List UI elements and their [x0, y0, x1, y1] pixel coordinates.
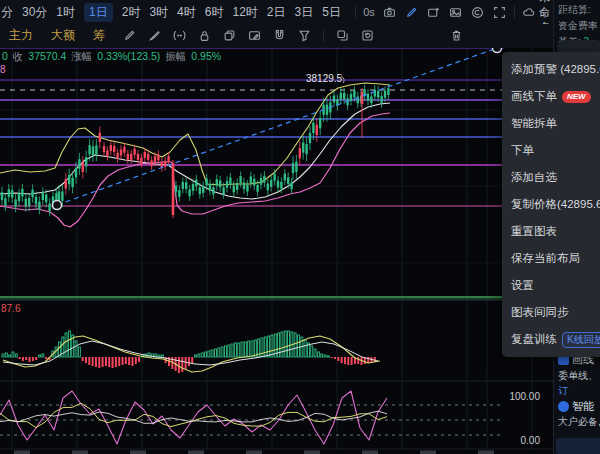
tool-label-筹[interactable]: 筹 — [93, 27, 105, 44]
countdown: 0s — [363, 6, 375, 18]
brush-icon[interactable] — [148, 29, 161, 42]
kline-replay-badge[interactable]: K线回放 — [562, 332, 600, 348]
timeframe-tabs: 分30分1时1日2时3时4时6时12时2日3日5日 — [0, 3, 341, 22]
filter-icon[interactable] — [298, 29, 311, 42]
menu-item-3[interactable]: 智能拆单 — [502, 110, 600, 137]
trend-handle — [53, 201, 62, 210]
timeframe-1日[interactable]: 1日 — [84, 3, 113, 22]
menu-item-10[interactable]: 图表间同步 — [502, 299, 600, 326]
sidebar-promo-text: 订 — [558, 384, 568, 398]
timeframe-5日[interactable]: 5日 — [322, 4, 341, 21]
magnet-icon[interactable] — [273, 29, 286, 42]
pencil-icon[interactable] — [123, 29, 136, 42]
sidebar-promo-text: 委单线、 — [558, 369, 598, 383]
cloud-icon — [522, 6, 535, 19]
menu-item-label: 设置 — [511, 278, 534, 293]
trading-app: 38129.50.0100.000.00 分30分1时1日2时3时4时6时12时… — [0, 0, 600, 454]
time-axis-fragments — [14, 451, 494, 454]
settlement-label: 距结算: — [558, 3, 591, 17]
menu-item-label: 添加预警 (42895.6) — [511, 62, 600, 77]
sidebar-promo-text: 智能 — [572, 399, 594, 414]
image-icon[interactable] — [449, 6, 462, 19]
menu-item-11[interactable]: 复盘训练K线回放 — [502, 326, 600, 353]
menu-item-label: 复盘训练 — [511, 332, 557, 347]
menu-item-label: 添加自选 — [511, 170, 557, 185]
fullscreen-icon[interactable] — [493, 6, 506, 19]
promo-panel[interactable] — [556, 438, 600, 454]
menu-item-label: 图表间同步 — [511, 305, 569, 320]
funding-rate-label: 资金费率 — [558, 19, 598, 33]
camera-icon[interactable] — [383, 6, 396, 19]
menu-item-label: 下单 — [511, 143, 534, 158]
add-panel-icon[interactable] — [427, 6, 440, 19]
svg-text:100.00: 100.00 — [509, 391, 540, 402]
topbar: 分30分1时1日2时3时4时6时12时2日3日5日 0s 未命名 K线分析 — [0, 0, 553, 24]
sidebar-promo-text: 大户必备, — [558, 415, 600, 429]
timeframe-3日[interactable]: 3日 — [295, 4, 314, 21]
menu-item-2[interactable]: 画线下单NEW — [502, 83, 600, 110]
menu-item-label: 保存当前布局 — [511, 251, 580, 266]
menu-item-9[interactable]: 设置 — [502, 272, 600, 299]
timeframe-3时[interactable]: 3时 — [149, 4, 168, 21]
timeframe-2日[interactable]: 2日 — [267, 4, 286, 21]
svg-text:38129.5: 38129.5 — [306, 73, 343, 84]
pen-icon[interactable] — [405, 6, 418, 19]
drawing-toolbar: 主力大额筹 — [0, 24, 553, 48]
menu-item-label: 画线下单 — [511, 89, 557, 104]
sidebar-promo-row[interactable]: 大户必备, — [558, 415, 600, 429]
menu-item-label: 重置图表 — [511, 224, 557, 239]
copy-icon[interactable] — [223, 29, 236, 42]
timeframe-1时[interactable]: 1时 — [56, 4, 75, 21]
timeframe-12时[interactable]: 12时 — [232, 4, 257, 21]
svg-text:0.00: 0.00 — [521, 435, 541, 446]
menu-item-5[interactable]: 添加自选 — [502, 164, 600, 191]
sidebar-promo-row[interactable]: 订 — [558, 384, 568, 398]
menu-item-6[interactable]: 复制价格(42895.6) — [502, 191, 600, 218]
timeframe-4时[interactable]: 4时 — [177, 4, 196, 21]
smart-split-icon — [558, 401, 569, 412]
trash-icon[interactable] — [450, 29, 463, 42]
timeframe-2时[interactable]: 2时 — [122, 4, 141, 21]
replay-icon[interactable] — [361, 29, 374, 42]
timeframe-分[interactable]: 分 — [1, 4, 13, 21]
menu-item-7[interactable]: 重置图表 — [502, 218, 600, 245]
menu-item-label: 智能拆单 — [511, 116, 557, 131]
new-badge: NEW — [562, 91, 591, 103]
timeframe-6时[interactable]: 6时 — [205, 4, 224, 21]
menu-item-1[interactable]: 添加预警 (42895.6) — [502, 56, 600, 83]
sidebar-promo-row[interactable]: 智能 — [558, 399, 594, 414]
target-icon[interactable] — [471, 6, 484, 19]
menu-item-label: 复制价格(42895.6) — [511, 197, 600, 212]
menu-item-8[interactable]: 保存当前布局 — [502, 245, 600, 272]
note-icon[interactable] — [248, 29, 261, 42]
lock-icon[interactable] — [198, 29, 211, 42]
sidebar-promo-row[interactable]: 委单线、 — [558, 369, 598, 383]
menu-item-4[interactable]: 下单 — [502, 137, 600, 164]
chart-context-menu: 添加预警 (42895.6)画线下单NEW智能拆单下单添加自选复制价格(4289… — [502, 52, 600, 357]
sync-icon[interactable] — [336, 29, 349, 42]
timeframe-30分[interactable]: 30分 — [22, 4, 47, 21]
divider — [323, 30, 324, 42]
wave-icon[interactable] — [173, 29, 186, 42]
tool-label-大额[interactable]: 大额 — [51, 27, 75, 44]
tool-label-主力[interactable]: 主力 — [9, 27, 33, 44]
